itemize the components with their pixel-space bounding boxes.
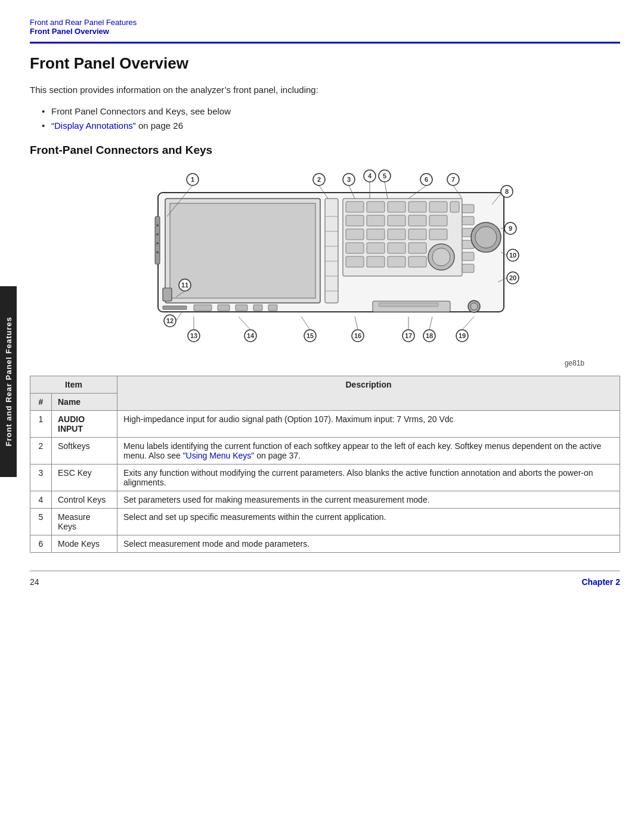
list-item: “Display Annotations” on page 26: [42, 119, 620, 133]
svg-line-99: [176, 312, 182, 321]
svg-line-108: [301, 317, 310, 330]
item-name-bold: AUDIO INPUT: [58, 414, 85, 433]
svg-text:13: 13: [190, 332, 197, 339]
table-row: 4 Control Keys Set parameters used for m…: [30, 491, 620, 508]
svg-rect-11: [346, 202, 364, 212]
svg-rect-31: [346, 256, 364, 267]
svg-rect-42: [462, 264, 474, 272]
svg-line-111: [355, 317, 358, 330]
svg-rect-55: [155, 216, 160, 264]
svg-rect-18: [367, 215, 385, 226]
footer-page-number: 24: [30, 577, 39, 587]
svg-rect-17: [346, 215, 364, 226]
table-row: 2 Softkeys Menu labels identifying the c…: [30, 437, 620, 464]
bullet-list: Front Panel Connectors and Keys, see bel…: [42, 104, 620, 133]
svg-rect-32: [367, 256, 385, 267]
svg-text:14: 14: [247, 332, 255, 339]
table-row: 3 ESC Key Exits any function without mod…: [30, 464, 620, 491]
svg-rect-49: [253, 305, 262, 311]
svg-rect-26: [429, 229, 447, 240]
diagram-caption: ge81b: [30, 359, 620, 367]
main-content: Front and Rear Panel Features Front Pane…: [30, 0, 620, 593]
svg-point-58: [156, 242, 159, 244]
table-row: 1 AUDIO INPUT High-impedance input for a…: [30, 410, 620, 437]
svg-text:16: 16: [354, 332, 361, 339]
diagram-area: 1 2 3 4 5 6: [30, 169, 620, 355]
row-num: 3: [30, 464, 52, 491]
row-desc: Set parameters used for making measureme…: [117, 491, 620, 508]
svg-rect-14: [408, 202, 426, 212]
svg-rect-34: [408, 256, 426, 267]
svg-text:8: 8: [505, 188, 509, 195]
svg-point-54: [470, 303, 478, 310]
svg-line-105: [239, 317, 250, 330]
item-name: ESC Key: [58, 468, 92, 478]
svg-text:7: 7: [451, 176, 455, 183]
svg-text:3: 3: [347, 176, 351, 183]
description-table: Item Description # Name 1 AUDIO INPUT Hi…: [30, 376, 620, 553]
using-menu-keys-link[interactable]: "Using Menu Keys": [183, 451, 255, 460]
item-name: Control Keys: [58, 495, 106, 504]
row-name: Softkeys: [52, 437, 117, 464]
svg-text:19: 19: [459, 332, 466, 339]
footer: 24 Chapter 2: [30, 571, 620, 593]
svg-rect-13: [388, 202, 405, 212]
item-name: Softkeys: [58, 441, 90, 451]
page-title: Front Panel Overview: [30, 54, 620, 73]
col-item-header: Item: [30, 376, 117, 393]
svg-rect-38: [462, 216, 474, 225]
svg-rect-30: [408, 243, 426, 253]
svg-point-59: [156, 251, 159, 253]
row-num: 1: [30, 410, 52, 437]
svg-text:20: 20: [509, 274, 516, 281]
list-item: Front Panel Connectors and Keys, see bel…: [42, 104, 620, 119]
display-annotations-link[interactable]: “Display Annotations”: [51, 120, 136, 131]
row-num: 6: [30, 535, 52, 552]
svg-rect-29: [388, 243, 405, 253]
table-row: 5 Measure Keys Select and set up specifi…: [30, 508, 620, 535]
svg-text:5: 5: [383, 172, 386, 179]
svg-rect-23: [367, 229, 385, 240]
svg-rect-3: [325, 199, 338, 303]
svg-rect-50: [268, 305, 277, 311]
svg-point-44: [475, 227, 497, 248]
item-name: Mode Keys: [58, 539, 100, 549]
svg-text:6: 6: [425, 176, 428, 183]
breadcrumb-link[interactable]: Front and Rear Panel Features: [30, 18, 137, 27]
table-body: 1 AUDIO INPUT High-impedance input for a…: [30, 410, 620, 552]
svg-text:15: 15: [306, 332, 314, 339]
row-desc: Exits any function without modifying the…: [117, 464, 620, 491]
svg-rect-24: [388, 229, 405, 240]
row-num: 4: [30, 491, 52, 508]
row-name: AUDIO INPUT: [52, 410, 117, 437]
svg-rect-16: [450, 202, 459, 212]
svg-text:11: 11: [181, 281, 188, 289]
breadcrumb-current: Front Panel Overview: [30, 27, 109, 36]
svg-text:18: 18: [426, 332, 433, 339]
row-desc: Menu labels identifying the current func…: [117, 437, 620, 464]
col-desc-header: Description: [117, 376, 620, 410]
svg-rect-25: [408, 229, 426, 240]
svg-rect-27: [346, 243, 364, 253]
svg-rect-19: [388, 215, 405, 226]
svg-line-120: [462, 317, 474, 330]
breadcrumb: Front and Rear Panel Features Front Pane…: [30, 18, 620, 36]
top-rule: [30, 42, 620, 44]
svg-rect-47: [218, 305, 230, 311]
intro-paragraph: This section provides information on the…: [30, 83, 620, 97]
svg-rect-37: [462, 205, 474, 213]
device-svg: 1 2 3 4 5 6: [122, 169, 528, 354]
svg-text:4: 4: [368, 172, 372, 179]
row-desc: Select and set up specific measurements …: [117, 508, 620, 535]
svg-rect-60: [163, 288, 172, 301]
row-num: 2: [30, 437, 52, 464]
side-tab: Front and Rear Panel Features: [0, 286, 17, 477]
svg-text:1: 1: [191, 176, 194, 183]
row-num: 5: [30, 508, 52, 535]
svg-rect-15: [429, 202, 447, 212]
side-tab-label: Front and Rear Panel Features: [4, 317, 13, 447]
svg-point-57: [156, 233, 159, 236]
col-name-header: Name: [52, 393, 117, 410]
row-name: Control Keys: [52, 491, 117, 508]
svg-rect-33: [388, 256, 405, 267]
